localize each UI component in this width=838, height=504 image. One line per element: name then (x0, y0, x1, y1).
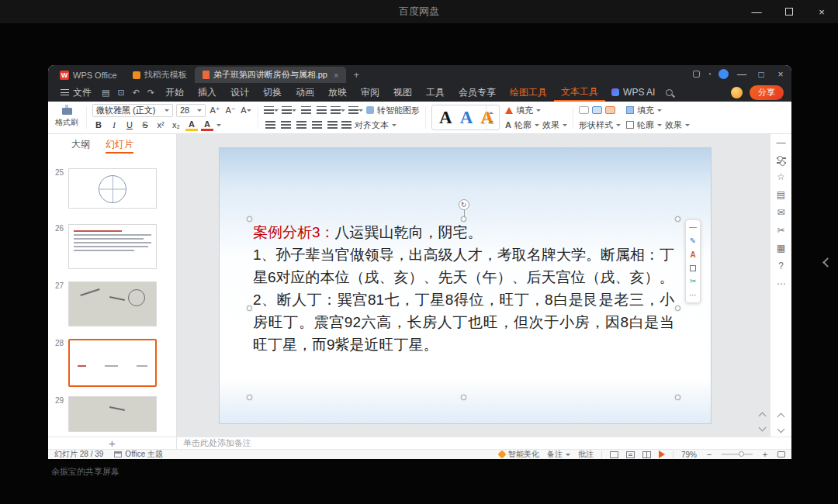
search-icon[interactable] (666, 89, 673, 96)
resize-handle-top-left[interactable] (247, 216, 252, 222)
numbered-list-button[interactable] (282, 104, 296, 116)
layout-switch-icon[interactable] (693, 71, 700, 78)
wps-close-button[interactable]: × (774, 69, 787, 80)
menu-wps-ai[interactable]: WPS AI (605, 87, 661, 98)
resize-handle-bottom-right[interactable] (675, 395, 680, 400)
strikethrough-button[interactable]: S (139, 119, 151, 131)
skin-settings-icon[interactable]: ◔ (707, 70, 712, 78)
wps-minimize-button[interactable]: — (736, 69, 748, 80)
member-icon[interactable] (731, 87, 743, 98)
slide-sorter-view-button[interactable] (626, 451, 635, 458)
menu-member[interactable]: 会员专享 (452, 83, 503, 102)
slide-thumbnail-29[interactable] (68, 396, 157, 432)
more-icon[interactable]: ⋯ (777, 279, 786, 288)
slide-thumbnail-26[interactable] (68, 224, 157, 269)
text-effect-dropdown[interactable]: 效果 (542, 119, 567, 131)
text-fill-button[interactable]: 填充 (505, 105, 541, 116)
slide-thumbnail-28[interactable] (68, 339, 157, 387)
zoom-out-button[interactable]: − (705, 450, 714, 459)
save-icon[interactable]: ▤ (98, 88, 113, 98)
wordart-style-blue[interactable]: A (460, 108, 473, 128)
bold-button[interactable]: B (92, 119, 105, 131)
layers-icon[interactable]: ▤ (777, 190, 785, 199)
font-size-select[interactable]: 28 (176, 104, 206, 117)
shape-style-swatch[interactable] (592, 106, 602, 114)
zoom-slider-thumb[interactable] (739, 451, 744, 457)
wordart-style-plain[interactable]: A (439, 108, 452, 128)
slide-thumbnail-27[interactable] (68, 281, 157, 326)
help-icon[interactable]: ? (778, 261, 784, 271)
shape-style-swatch[interactable] (605, 106, 615, 114)
line-spacing-button[interactable] (348, 104, 363, 116)
more-icon[interactable]: ⋯ (689, 292, 697, 299)
zoom-in-button[interactable]: + (760, 450, 770, 459)
wps-maximize-button[interactable]: □ (755, 69, 767, 80)
shape-outline-button[interactable]: 轮廓 (626, 119, 662, 131)
menu-view[interactable]: 视图 (386, 83, 419, 102)
distribute-button[interactable] (326, 119, 338, 131)
share-button[interactable]: 分享 (750, 85, 784, 100)
tab-outline[interactable]: 大纲 (71, 134, 90, 154)
menu-animation[interactable]: 动画 (289, 83, 321, 102)
decrease-font-button[interactable]: A⁻ (224, 104, 237, 116)
menu-slideshow[interactable]: 放映 (321, 83, 354, 102)
menu-text-tools[interactable]: 文本工具 (554, 83, 605, 102)
previous-slide-icon[interactable] (759, 413, 767, 420)
menu-start[interactable]: 开始 (158, 83, 191, 102)
menu-draw-tools[interactable]: 绘图工具 (503, 83, 554, 102)
clip-icon[interactable]: ✂ (777, 226, 784, 235)
subscript-button[interactable]: x₂ (170, 119, 182, 131)
shape-style-swatch[interactable] (579, 106, 589, 114)
print-icon[interactable]: ⊡ (113, 88, 128, 98)
comments-button[interactable]: 批注 (578, 449, 594, 459)
font-name-select[interactable]: 微软雅黑 (正文) (92, 104, 173, 117)
columns-button[interactable] (331, 104, 345, 116)
fit-screen-icon[interactable] (777, 451, 785, 457)
slide-editing-area[interactable]: 案例分析3：八运巽山乾向，阴宅。 1、孙子辈当官做领导，出高级人才，考取名牌大学… (177, 134, 770, 437)
slide-canvas[interactable]: 案例分析3：八运巽山乾向，阴宅。 1、孙子辈当官做领导，出高级人才，考取名牌大学… (220, 148, 711, 423)
resize-handle-top[interactable] (461, 216, 466, 222)
quick-pen-icon[interactable]: ✎ (690, 237, 696, 245)
menu-tools[interactable]: 工具 (419, 83, 452, 102)
undo-icon[interactable]: ↶ (129, 88, 144, 98)
font-color-button[interactable]: A (201, 119, 213, 131)
increase-indent-button[interactable] (315, 104, 327, 116)
menu-review[interactable]: 审阅 (354, 83, 386, 102)
normal-view-button[interactable] (610, 451, 618, 458)
notes-toggle-button[interactable]: 备注 (547, 449, 570, 459)
resize-handle-left[interactable] (247, 306, 252, 311)
maximize-button[interactable] (773, 0, 805, 23)
collapse-sidebar-icon[interactable]: — (777, 138, 786, 147)
redo-icon[interactable]: ↷ (144, 88, 158, 98)
quick-shape-icon[interactable] (690, 265, 696, 271)
send-icon[interactable]: ✉ (777, 208, 784, 217)
resize-handle-right[interactable] (675, 306, 680, 311)
justify-button[interactable] (310, 119, 323, 131)
favorites-icon[interactable]: ☆ (777, 172, 785, 181)
rotate-handle[interactable]: ↻ (459, 199, 469, 210)
format-painter-button[interactable]: 格式刷 (53, 104, 81, 131)
user-avatar[interactable] (719, 69, 729, 79)
next-slide-icon[interactable] (759, 424, 767, 432)
tab-slides[interactable]: 幻灯片 (106, 134, 133, 154)
slide-thumbnail-25[interactable] (68, 168, 157, 209)
minimize-button[interactable]: — (740, 0, 773, 23)
new-tab-button[interactable]: + (346, 67, 366, 83)
file-menu[interactable]: 文件 (54, 86, 98, 99)
scroll-down-icon[interactable] (777, 426, 785, 433)
resize-handle-bottom-left[interactable] (247, 395, 252, 400)
menu-design[interactable]: 设计 (223, 83, 256, 102)
tab-close-icon[interactable]: × (334, 71, 338, 80)
shape-fill-button[interactable]: 填充 (626, 105, 662, 116)
play-slideshow-button[interactable] (659, 450, 665, 458)
zoom-slider[interactable] (722, 454, 753, 455)
close-button[interactable]: × (805, 0, 838, 23)
resize-handle-bottom[interactable] (461, 395, 466, 400)
scroll-up-icon[interactable] (777, 413, 785, 421)
menu-transition[interactable]: 切换 (256, 83, 289, 102)
decrease-indent-button[interactable] (300, 104, 312, 116)
text-box[interactable]: 案例分析3：八运巽山乾向，阴宅。 1、孙子辈当官做领导，出高级人才，考取名牌大学… (250, 219, 677, 397)
superscript-button[interactable]: x² (154, 119, 167, 131)
add-slide-button[interactable]: + (109, 437, 116, 450)
menu-insert[interactable]: 插入 (191, 83, 223, 102)
